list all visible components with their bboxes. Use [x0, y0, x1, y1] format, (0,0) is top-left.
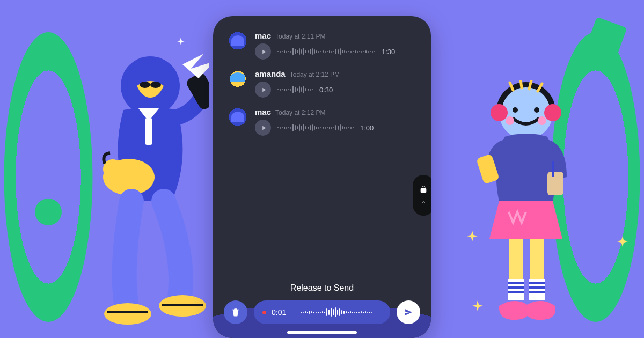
recorder-label: Release to Send [224, 283, 420, 293]
svg-rect-17 [547, 172, 564, 195]
message-username[interactable]: mac [255, 31, 271, 40]
avatar[interactable] [227, 31, 248, 53]
voice-message: macToday at 2:12 PM1:00 [227, 107, 417, 136]
trash-icon [231, 307, 240, 317]
sparkle-icon [177, 38, 185, 45]
message-username[interactable]: mac [255, 107, 271, 116]
svg-point-14 [506, 116, 514, 125]
lock-toggle[interactable] [413, 175, 431, 216]
svg-point-1 [140, 82, 150, 88]
recording-dot-icon [262, 311, 266, 314]
recorder-footer: Release to Send 0:01 [213, 220, 431, 338]
svg-point-15 [538, 116, 546, 125]
message-timestamp: Today at 2:12 PM [290, 71, 340, 78]
svg-point-2 [150, 82, 161, 88]
svg-point-6 [103, 159, 122, 179]
phone-panel: macToday at 2:11 PM1:30amandaToday at 2:… [213, 16, 431, 338]
svg-point-11 [544, 104, 561, 121]
play-button[interactable] [255, 43, 271, 60]
svg-point-10 [491, 104, 508, 121]
play-button[interactable] [255, 82, 271, 98]
message-username[interactable]: amanda [255, 69, 286, 78]
recording-time: 0:01 [272, 308, 286, 317]
recording-waveform [291, 306, 382, 318]
waveform[interactable] [277, 121, 354, 134]
message-duration: 0:30 [319, 86, 338, 94]
svg-point-12 [513, 107, 518, 113]
message-timestamp: Today at 2:12 PM [275, 109, 325, 116]
voice-message: amandaToday at 2:12 PM0:30 [227, 69, 417, 98]
send-button[interactable] [397, 300, 420, 324]
unlock-icon [419, 185, 428, 194]
chevron-up-icon [420, 199, 427, 205]
svg-rect-18 [552, 161, 554, 177]
character-left [70, 48, 209, 327]
message-duration: 1:00 [360, 124, 378, 132]
svg-point-13 [534, 107, 539, 113]
voice-message: macToday at 2:11 PM1:30 [227, 31, 417, 60]
svg-rect-3 [145, 118, 152, 145]
avatar[interactable] [227, 107, 248, 129]
play-icon [261, 49, 267, 55]
avatar[interactable] [227, 69, 248, 91]
bg-dot [35, 199, 62, 225]
svg-point-7 [104, 303, 151, 325]
play-button[interactable] [255, 120, 271, 136]
send-icon [404, 307, 413, 317]
delete-recording-button[interactable] [224, 300, 247, 324]
message-duration: 1:30 [382, 48, 400, 56]
message-timestamp: Today at 2:11 PM [275, 33, 325, 40]
play-icon [261, 87, 267, 93]
character-right [467, 80, 585, 333]
home-indicator [287, 331, 357, 334]
play-icon [261, 125, 267, 131]
waveform[interactable] [277, 45, 375, 58]
waveform[interactable] [277, 83, 313, 96]
recording-pill[interactable]: 0:01 [254, 300, 390, 324]
